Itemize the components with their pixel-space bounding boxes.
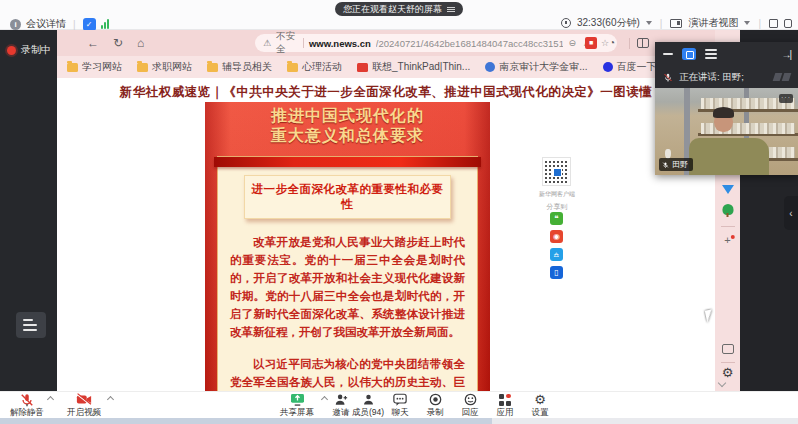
left-side-strip: 录制中 — [0, 30, 57, 391]
zoom-out-icon[interactable]: ⊖ — [568, 38, 576, 48]
sidebar-filter-icon[interactable] — [722, 185, 734, 194]
watermark-logo-icon — [774, 73, 790, 81]
divider: | — [73, 19, 76, 30]
video-panel: →| 正在讲话: 田野; ··· 田野 — [655, 42, 798, 175]
view-mode-selector[interactable]: 演讲者视图 — [688, 16, 738, 30]
divider: | — [758, 18, 761, 29]
bookmark-folder[interactable]: 心理活动 — [287, 60, 342, 74]
warning-icon: ⚠ — [263, 38, 271, 48]
minimize-icon[interactable] — [663, 53, 673, 55]
article-headline[interactable]: 新华社权威速览｜《中共中央关于进一步全面深化改革、推进中国式现代化的决定》一图读… — [57, 84, 715, 101]
meeting-top-bar: i 会议详情 | ✓ 您正在观看赵天舒的屏幕 32:33(60分钟) | 演讲者… — [0, 0, 798, 30]
restore-window-icon[interactable] — [784, 19, 792, 28]
share-label: 分享到 — [527, 202, 587, 212]
extension-icon-red[interactable]: ■ — [585, 37, 597, 49]
speaking-label: 正在讲话: 田野; — [679, 71, 744, 84]
poster-title: 推进中国式现代化的 重大意义和总体要求 — [205, 106, 490, 146]
divider: | — [660, 18, 663, 29]
chat-icon — [393, 393, 407, 406]
divider — [721, 226, 735, 227]
favorite-star-icon[interactable]: ☆ — [601, 38, 609, 48]
bookmark-link[interactable]: 南京审计大学金审... — [485, 60, 587, 74]
extension-icon-circle[interactable]: ◔ — [609, 37, 615, 48]
folder-icon — [207, 63, 218, 72]
recording-dot-icon — [7, 46, 16, 55]
camera-off-icon — [76, 393, 92, 406]
mic-off-icon — [20, 393, 34, 407]
share-screen-icon — [290, 393, 305, 406]
bookmark-folder[interactable]: 学习网站 — [67, 60, 122, 74]
meeting-bottom-toolbar: 解除静音 开启视频 共享屏幕 邀请 成员(94) 聊天 录制 — [0, 391, 798, 418]
video-panel-header: →| — [655, 42, 798, 66]
timer-dropdown-icon[interactable] — [646, 21, 652, 25]
article-content: 新华社权威速览｜《中共中央关于进一步全面深化改革、推进中国式现代化的决定》一图读… — [57, 78, 715, 391]
sidebar-menu-button[interactable] — [16, 312, 46, 338]
meeting-details-link[interactable]: 会议详情 — [26, 17, 66, 31]
meeting-window: i 会议详情 | ✓ 您正在观看赵天舒的屏幕 32:33(60分钟) | 演讲者… — [0, 0, 798, 424]
home-icon[interactable]: ⌂ — [137, 36, 144, 50]
site-icon — [603, 62, 613, 72]
participant-video[interactable]: ··· 田野 — [655, 88, 798, 175]
poster-panel: 进一步全面深化改革的重要性和必要性 改革开放是党和人民事业大踏步赶上时代的重要法… — [217, 156, 478, 391]
qr-caption: 新华网客户端 — [527, 190, 587, 199]
timer-icon — [561, 18, 571, 28]
url-host: www.news.cn — [309, 38, 371, 49]
speaking-indicator: 正在讲话: 田野; — [655, 66, 798, 88]
folder-icon — [287, 63, 298, 72]
bookmarks-bar: 学习网站 求职网站 辅导员相关 心理活动 联想_ThinkPad|Thin...… — [57, 56, 740, 78]
recording-indicator: 录制中 — [7, 43, 51, 57]
divider — [721, 362, 735, 363]
view-dropdown-icon[interactable] — [744, 21, 750, 25]
shared-browser-window: ← ↻ ⌂ ⚠ 不安全 www.news.cn /20240721/4642be… — [57, 30, 740, 391]
video-more-button[interactable]: ··· — [779, 94, 793, 103]
taskbar-strip — [0, 418, 492, 424]
sidebar-tree-icon[interactable] — [722, 204, 733, 215]
unmute-button[interactable]: 解除静音 — [0, 393, 55, 419]
poster-paragraph: 以习近平同志为核心的党中央团结带领全党全军全国各族人民，以伟大的历史主动、巨大的… — [230, 355, 465, 391]
share-wechat-icon[interactable]: ❝ — [550, 212, 563, 225]
start-video-button[interactable]: 开启视频 — [56, 393, 112, 419]
meeting-timer[interactable]: 32:33(60分钟) — [577, 16, 640, 30]
settings-button[interactable]: ⚙ 设置 — [512, 393, 568, 419]
security-label: 不安全 — [276, 30, 298, 56]
fullscreen-icon[interactable] — [769, 19, 778, 28]
recording-label: 录制中 — [21, 43, 51, 57]
share-qq-icon[interactable]: 🜁 — [550, 248, 563, 261]
url-path: /20240721/4642be1681484047acc48cc315196d… — [376, 38, 564, 49]
collapse-panel-icon[interactable]: →| — [781, 49, 790, 60]
poster-section-title: 进一步全面深化改革的重要性和必要性 — [244, 175, 451, 219]
settings-gear-icon: ⚙ — [534, 393, 546, 406]
mic-muted-icon — [663, 72, 673, 83]
apps-grid-icon — [499, 394, 511, 406]
poster-ribbon — [214, 157, 481, 167]
folder-icon — [67, 63, 78, 72]
banner-menu-icon[interactable] — [447, 6, 455, 13]
sidebar-add-icon[interactable]: + — [724, 234, 730, 246]
sidebar-settings-icon[interactable]: ⚙ — [722, 366, 734, 379]
security-shield-icon[interactable]: ✓ — [83, 18, 96, 31]
site-icon — [485, 62, 495, 72]
layout-view-icon[interactable] — [682, 48, 696, 60]
sidebar-scroll-down-icon[interactable] — [718, 379, 726, 387]
list-view-icon[interactable] — [705, 49, 717, 59]
divider — [303, 38, 304, 48]
poster-paragraph: 改革开放是党和人民事业大踏步赶上时代的重要法宝。党的十一届三中全会是划时代的，开… — [230, 233, 465, 341]
bookmark-link[interactable]: 联想_ThinkPad|Thin... — [357, 60, 470, 74]
sidebar-screenshot-icon[interactable] — [722, 344, 734, 354]
bookmark-folder[interactable]: 求职网站 — [137, 60, 192, 74]
back-icon[interactable]: ← — [87, 36, 99, 50]
bookmark-folder[interactable]: 辅导员相关 — [207, 60, 272, 74]
share-mobile-icon[interactable]: ▯ — [550, 266, 563, 279]
reaction-smiley-icon — [464, 393, 477, 406]
reload-icon[interactable]: ↻ — [113, 36, 123, 50]
address-bar[interactable]: ⚠ 不安全 www.news.cn /20240721/4642be168148… — [255, 34, 617, 52]
watching-banner-text: 您正在观看赵天舒的屏幕 — [343, 2, 442, 16]
qr-code — [543, 158, 570, 185]
watching-screen-banner[interactable]: 您正在观看赵天舒的屏幕 — [335, 2, 463, 16]
participant-name-tag: 田野 — [659, 158, 693, 171]
participant-body — [689, 138, 769, 175]
split-screen-icon[interactable] — [637, 38, 649, 48]
network-signal-icon[interactable] — [101, 19, 109, 29]
share-weibo-icon[interactable]: ◉ — [550, 230, 563, 243]
panel-collapse-handle[interactable]: ‹ — [784, 196, 798, 230]
